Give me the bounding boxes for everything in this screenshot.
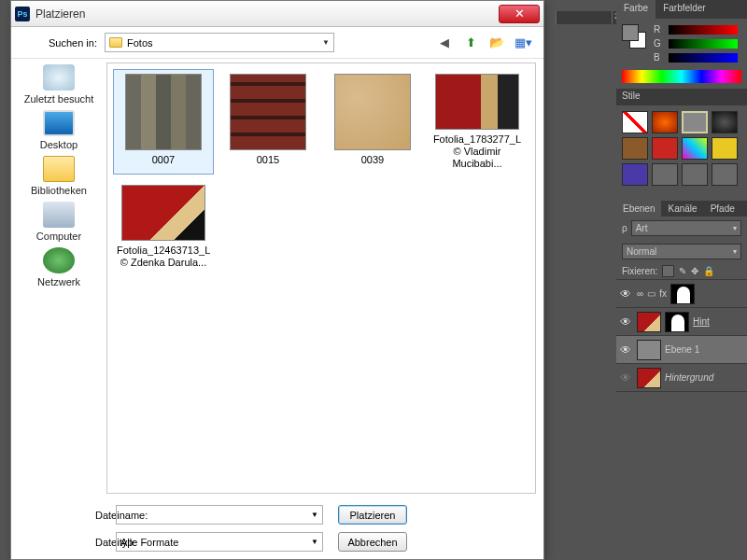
places-sidebar: Zuletzt besucht Desktop Bibliotheken Com… <box>11 59 106 497</box>
visibility-icon[interactable]: 👁 <box>620 315 633 329</box>
thumbnail <box>435 74 519 130</box>
file-item[interactable]: Fotolia_1783277_L © Vladimir Mucibabi... <box>427 69 528 175</box>
lock-row: Fixieren: ✎ ✥ 🔒 <box>616 263 747 280</box>
place-dialog: Ps Platzieren ✕ Suchen in: Fotos ▼ ◀ ⬆ 📂… <box>10 0 544 560</box>
layer-thumb <box>637 368 661 388</box>
style-swatch[interactable] <box>652 163 678 186</box>
back-icon[interactable]: ◀ <box>435 34 454 52</box>
mask-icon[interactable]: ▭ <box>647 288 655 299</box>
styles-grid <box>616 105 747 191</box>
libraries-icon <box>43 156 75 182</box>
filetype-combo[interactable]: Alle Formate▼ <box>116 532 323 552</box>
chevron-down-icon: ▼ <box>311 511 318 519</box>
file-item[interactable]: 0007 <box>113 69 214 175</box>
search-in-label: Suchen in: <box>49 37 97 49</box>
r-slider[interactable] <box>669 25 738 35</box>
color-panel: R G B <box>616 19 747 89</box>
style-swatch[interactable] <box>682 137 708 160</box>
file-item[interactable]: Fotolia_12463713_L © Zdenka Darula... <box>113 180 214 273</box>
up-icon[interactable]: ⬆ <box>461 34 480 52</box>
file-item[interactable]: 0039 <box>322 69 423 175</box>
b-slider[interactable] <box>669 53 738 63</box>
sidebar-recent[interactable]: Zuletzt besucht <box>24 64 94 105</box>
place-button[interactable]: Platzieren <box>338 505 407 525</box>
visibility-icon[interactable]: 👁 <box>620 343 633 357</box>
style-swatch[interactable] <box>682 111 708 133</box>
fx-icon[interactable]: fx <box>659 288 667 299</box>
layer-filter-row: ρ Art▾ <box>616 217 747 240</box>
layers-tabs: Ebenen Kanäle Pfade <box>616 201 747 217</box>
sidebar-network[interactable]: Netzwerk <box>37 247 80 287</box>
recent-icon <box>43 64 75 91</box>
tab-swatches[interactable]: Farbfelder <box>655 0 713 19</box>
panels: Farbe Farbfelder R G B Stile Ebenen Kanä… <box>616 0 747 560</box>
folder-name: Fotos <box>127 37 153 49</box>
thumbnail <box>334 74 411 150</box>
tab-layers[interactable]: Ebenen <box>616 201 661 217</box>
link-icon[interactable]: ∞ <box>637 288 643 299</box>
g-slider[interactable] <box>669 39 738 49</box>
sidebar-desktop[interactable]: Desktop <box>40 110 78 150</box>
blend-mode-select[interactable]: Normal▾ <box>622 244 741 259</box>
new-folder-icon[interactable]: 📂 <box>487 34 506 52</box>
style-swatch[interactable] <box>622 163 648 186</box>
layer-row[interactable]: 👁 ∞ ▭ fx <box>616 280 747 308</box>
spectrum-bar[interactable] <box>622 70 741 83</box>
sidebar-libraries[interactable]: Bibliotheken <box>31 156 87 196</box>
lock-pixels-icon[interactable] <box>662 265 674 277</box>
layer-row[interactable]: 👁 Hintergrund <box>616 364 747 392</box>
filename-input[interactable]: ▼ <box>116 505 323 525</box>
visibility-icon[interactable]: 👁 <box>620 287 633 301</box>
filetype-label: Dateityp: <box>24 537 116 548</box>
style-swatch[interactable] <box>652 111 678 133</box>
close-button[interactable]: ✕ <box>499 5 540 23</box>
view-menu-icon[interactable]: ▦▾ <box>514 34 532 52</box>
style-swatch[interactable] <box>682 163 708 186</box>
dialog-title: Platzieren <box>35 7 85 21</box>
layer-thumb <box>670 284 695 304</box>
file-item[interactable]: 0015 <box>218 69 318 175</box>
tab-paths[interactable]: Pfade <box>704 201 741 217</box>
sidebar-computer[interactable]: Computer <box>36 202 81 242</box>
photoshop-icon: Ps <box>15 7 30 21</box>
cancel-button[interactable]: Abbrechen <box>338 532 407 552</box>
style-swatch[interactable] <box>712 137 738 160</box>
filename-label: Dateiname: <box>24 510 116 521</box>
thumbnail <box>230 74 306 150</box>
lock-move-icon[interactable]: ✥ <box>691 266 698 276</box>
layer-thumb <box>637 340 661 360</box>
folder-icon <box>109 37 122 48</box>
visibility-icon[interactable]: 👁 <box>620 371 633 385</box>
fgbg-swatch[interactable] <box>622 24 646 49</box>
chevron-down-icon: ▼ <box>322 38 330 47</box>
layer-kind-select[interactable]: Art▾ <box>631 220 741 236</box>
color-tabs: Farbe Farbfelder <box>616 0 747 19</box>
folder-combo[interactable]: Fotos ▼ <box>105 33 334 52</box>
style-swatch[interactable] <box>622 111 648 133</box>
lock-all-icon[interactable]: 🔒 <box>703 266 714 276</box>
style-swatch[interactable] <box>622 137 648 160</box>
styles-header[interactable]: Stile <box>616 89 747 105</box>
lookIn-row: Suchen in: Fotos ▼ ◀ ⬆ 📂 ▦▾ <box>11 27 543 59</box>
layer-row[interactable]: 👁 Ebene 1 <box>616 336 747 364</box>
style-swatch[interactable] <box>652 137 678 160</box>
layer-mask-thumb <box>665 312 689 332</box>
desktop-icon <box>43 110 75 136</box>
layer-thumb <box>637 312 661 332</box>
tab-channels[interactable]: Kanäle <box>661 201 703 217</box>
style-swatch[interactable] <box>712 111 738 133</box>
chevron-down-icon: ▼ <box>311 538 318 546</box>
style-swatch[interactable] <box>712 163 738 186</box>
tab-color[interactable]: Farbe <box>616 0 655 19</box>
layer-row[interactable]: 👁 Hint <box>616 308 747 336</box>
computer-icon <box>43 202 75 228</box>
titlebar[interactable]: Ps Platzieren ✕ <box>11 1 543 27</box>
thumbnail <box>125 74 202 150</box>
network-icon <box>43 247 75 273</box>
file-list[interactable]: 0007 0015 0039 Fotolia_1783277_L © Vladi… <box>106 63 536 494</box>
thumbnail <box>121 185 205 241</box>
lock-brush-icon[interactable]: ✎ <box>679 266 686 276</box>
